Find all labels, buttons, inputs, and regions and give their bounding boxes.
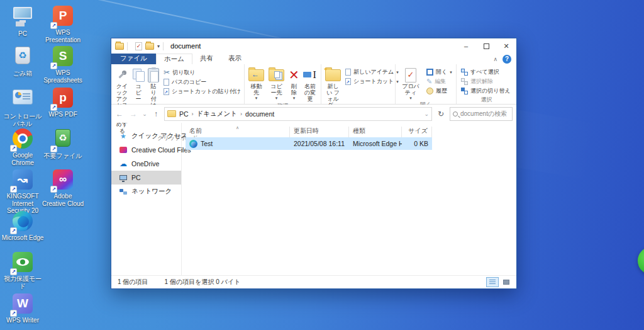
desktop-icon-microsoft-edge[interactable]: ↗ Microsoft Edge [1,210,44,242]
desktop-icon-wps-spreadsheets[interactable]: S↗ WPS Spreadsheets [42,45,84,84]
pc-icon [12,7,33,28]
breadcrumb[interactable]: PC › ドキュメント › document ⌄ [164,107,432,121]
delete-icon: ✕ [289,69,299,81]
paste-button[interactable]: 貼り付け [146,65,161,108]
column-header-type[interactable]: 種類 [349,127,402,137]
open-button[interactable]: 開く▾ [426,68,452,76]
qat-new-folder-icon[interactable] [145,43,154,50]
shortcut-arrow-icon: ↗ [50,104,57,111]
maximize-button[interactable] [476,38,496,54]
new-item-button[interactable]: 新しいアイテム▾ [345,68,399,76]
wps-spreadsheets-icon: S↗ [52,46,74,67]
group-label-select: 選択 [458,96,514,104]
address-dropdown-icon[interactable]: ⌄ [424,111,429,117]
minimize-button[interactable]: – [456,38,476,54]
column-header-name[interactable]: ∧ 名前 [186,127,290,137]
back-button[interactable]: ← [114,110,125,118]
invert-selection-button[interactable]: 選択の切り替え [461,87,511,95]
desktop-icon-google-chrome[interactable]: ↗ Google Chrome [1,128,44,166]
file-type: Microsoft Edge HT... [349,140,402,147]
up-button[interactable]: ↑ [150,110,162,118]
column-header-modified[interactable]: 更新日時 [290,127,349,137]
new-item-icon [345,69,351,76]
refresh-icon[interactable]: ↻ [435,110,447,118]
copy-to-button[interactable]: コピー先▾ [266,65,287,101]
desktop-icon-pc[interactable]: PC [1,5,44,38]
select-all-button[interactable]: すべて選択 [461,68,511,76]
kingsoft-security-icon: ↝↗ [12,169,33,191]
paste-shortcut-icon [164,88,169,95]
shortcut-arrow-icon: ↗ [10,145,17,152]
search-input[interactable] [460,110,509,117]
copy-path-button[interactable]: パスのコピー [164,78,241,86]
desktop-icon-control-panel[interactable]: コントロール パネル [1,87,44,127]
desktop-icon-kingsoft-security[interactable]: ↝↗ KINGSOFT Internet Security 20 [1,169,44,215]
sidebar-item-onedrive[interactable]: ☁ OneDrive [111,157,181,171]
sidebar-item-pc[interactable]: PC [111,171,181,185]
new-folder-button[interactable]: ✦ 新しい フォルダー [323,65,343,108]
search-icon [453,111,458,117]
desktop-icon-recycle-bin[interactable]: ♻ ごみ箱 [1,45,44,77]
desktop-icon-label: PC [1,30,44,38]
delete-button[interactable]: ✕ 削除▾ [287,65,301,101]
desktop-icon-eye-protect[interactable]: ↗ 視力保護モード [1,251,44,290]
paste-icon [148,68,159,82]
details-view-button[interactable] [486,277,499,287]
file-row-selected[interactable]: Test 2021/05/08 16:11 Microsoft Edge HT.… [186,137,432,150]
copy-button[interactable]: コピー [131,65,146,102]
help-icon[interactable]: ? [502,55,511,64]
recent-locations-icon[interactable]: ⌄ [142,111,148,117]
desktop-icon-adobe-cc[interactable]: ∞↗ Adobe Creative Cloud [42,169,84,207]
copy-to-icon [269,69,284,81]
desktop-icon-wps-writer[interactable]: W↗ WPS Writer [1,293,44,324]
tab-file[interactable]: ファイル [111,54,156,64]
folder-icon [167,110,176,117]
cut-button[interactable]: ✂ 切り取り [164,68,241,77]
quick-access-star-icon: ★ [119,132,128,140]
sidebar-item-creative-cloud-files[interactable]: Creative Cloud Files [111,143,181,157]
close-button[interactable]: ✕ [496,38,516,54]
move-to-button[interactable]: ← 移動先▾ [247,65,266,101]
edit-button[interactable]: ✎ 編集 [426,77,452,86]
select-none-button[interactable]: 選択解除 [461,77,511,86]
desktop-icon-wps-pdf[interactable]: p↗ WPS PDF [42,87,84,118]
desktop-icon-wps-presentation[interactable]: P↗ WPS Presentation [42,5,84,43]
control-panel-icon [12,89,33,111]
sidebar-item-quick-access[interactable]: ★ クイック アクセス [111,129,181,143]
search-box[interactable] [450,107,513,121]
thumbnails-view-button[interactable] [500,277,513,287]
forward-button[interactable]: → [128,110,139,118]
desktop-icon-label: Microsoft Edge [1,234,44,242]
open-icon [426,69,433,76]
rename-button[interactable]: 名前の変更 [301,65,319,102]
qat-dropdown-icon[interactable]: ▾ [157,43,160,49]
pin-icon [116,69,128,81]
tab-view[interactable]: 表示 [221,54,249,64]
google-chrome-icon: ↗ [12,128,33,150]
tab-home[interactable]: ホーム [156,54,192,64]
thumbnails-view-icon [503,280,509,285]
sidebar-item-network[interactable]: ネットワーク [111,185,181,198]
new-shortcut-button[interactable]: ショートカット▾ [345,77,399,86]
paste-shortcut-button[interactable]: ショートカットの貼り付け [164,88,241,96]
desktop-icon-label: 視力保護モード [1,275,44,290]
qat-properties-icon[interactable]: ✓ [135,42,142,50]
desktop-icon-label: Google Chrome [1,152,44,166]
tab-share[interactable]: 共有 [192,54,221,64]
breadcrumb-item-document[interactable]: document [245,110,274,118]
history-button[interactable]: 履歴 [426,87,452,95]
breadcrumb-item-pc[interactable]: PC [179,110,189,118]
title-bar[interactable]: ✓ ▾ document – ✕ [111,38,516,54]
select-all-icon [461,69,468,76]
assistant-floating-ball[interactable] [638,247,644,275]
move-to-icon: ← [248,69,264,81]
window-controls: – ✕ [456,38,516,54]
column-header-size[interactable]: サイズ [402,127,432,137]
desktop-icon-label: WPS Presentation [42,29,84,43]
desktop-icon-junk-files[interactable]: ♻↗ 不要ファイル [42,128,84,160]
maximize-icon [484,43,489,49]
adobe-creative-cloud-icon: ∞↗ [52,169,74,191]
breadcrumb-item-documents[interactable]: ドキュメント [197,110,237,118]
properties-button[interactable]: ✓ プロパティ▾ [397,65,424,101]
collapse-ribbon-icon[interactable]: ∧ [493,56,497,62]
